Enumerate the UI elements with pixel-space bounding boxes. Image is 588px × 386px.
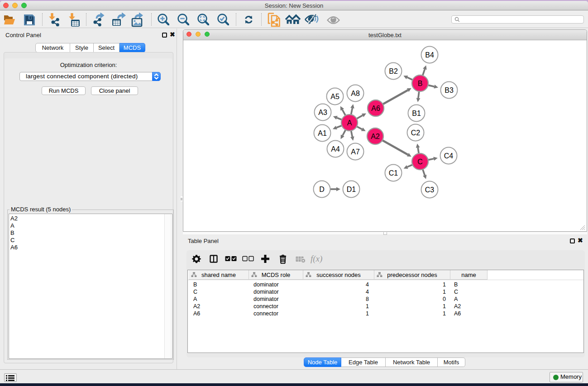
- svg-text:C4: C4: [444, 152, 454, 160]
- svg-text:C2: C2: [411, 129, 421, 137]
- svg-text:A1: A1: [318, 129, 327, 137]
- svg-text:C1: C1: [389, 169, 398, 177]
- svg-text:A5: A5: [330, 93, 339, 100]
- svg-text:C: C: [417, 158, 423, 166]
- svg-text:B1: B1: [412, 110, 421, 117]
- svg-text:A6: A6: [371, 105, 380, 112]
- svg-text:B: B: [418, 80, 423, 87]
- svg-text:A2: A2: [371, 133, 380, 140]
- svg-text:A3: A3: [318, 109, 327, 116]
- svg-text:A7: A7: [351, 148, 360, 156]
- svg-text:B2: B2: [389, 67, 398, 75]
- svg-text:D: D: [319, 186, 325, 193]
- svg-text:D1: D1: [347, 186, 356, 193]
- svg-text:A: A: [347, 119, 352, 127]
- svg-text:B4: B4: [425, 51, 434, 59]
- svg-text:C3: C3: [425, 186, 435, 194]
- svg-text:B3: B3: [445, 86, 454, 94]
- svg-text:A8: A8: [351, 90, 360, 97]
- svg-text:A4: A4: [331, 145, 340, 153]
